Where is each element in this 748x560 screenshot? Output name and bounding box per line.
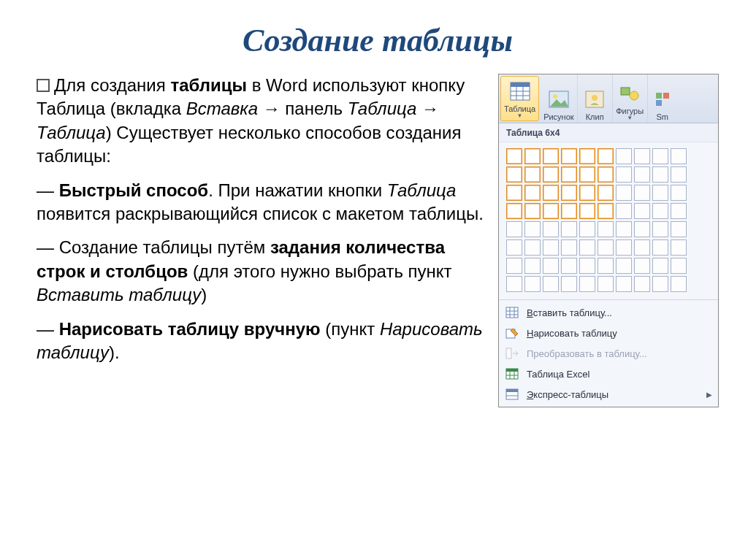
grid-cell[interactable] (524, 221, 541, 237)
grid-cell[interactable] (543, 203, 559, 219)
grid-cell[interactable] (598, 148, 614, 164)
grid-cell[interactable] (579, 185, 595, 201)
ribbon-table-button[interactable]: Таблица ▼ (500, 76, 539, 121)
grid-cell[interactable] (598, 185, 614, 201)
grid-cell[interactable] (561, 203, 577, 219)
grid-cell[interactable] (634, 276, 650, 292)
grid-cell[interactable] (652, 276, 668, 292)
grid-cell[interactable] (543, 166, 559, 183)
grid-cell[interactable] (543, 258, 559, 274)
grid-cell[interactable] (652, 221, 668, 237)
paragraph-2: — Быстрый способ. При нажатии кнопки Таб… (37, 179, 485, 226)
grid-cell[interactable] (652, 166, 668, 183)
grid-cell[interactable] (579, 239, 595, 256)
grid-cell[interactable] (616, 258, 632, 274)
grid-cell[interactable] (652, 203, 668, 219)
grid-cell[interactable] (506, 166, 522, 183)
grid-cell[interactable] (543, 221, 559, 237)
svg-rect-12 (656, 93, 662, 99)
grid-cell[interactable] (543, 185, 559, 201)
grid-cell[interactable] (616, 203, 632, 219)
grid-cell[interactable] (671, 185, 687, 201)
table-dropdown: Таблица 6x4 Вставить таблицу... (499, 123, 718, 407)
grid-cell[interactable] (616, 166, 632, 183)
grid-cell[interactable] (524, 148, 541, 164)
grid-cell[interactable] (543, 239, 559, 256)
svg-rect-10 (621, 88, 630, 95)
grid-cell[interactable] (543, 276, 559, 292)
grid-cell[interactable] (671, 203, 687, 219)
chevron-right-icon: ▶ (706, 391, 712, 399)
grid-cell[interactable] (506, 221, 522, 237)
grid-cell[interactable] (652, 258, 668, 274)
grid-cell[interactable] (524, 239, 541, 256)
grid-cell[interactable] (561, 239, 577, 256)
grid-cell[interactable] (579, 203, 595, 219)
grid-cell[interactable] (579, 276, 595, 292)
grid-cell[interactable] (579, 148, 595, 164)
grid-cell[interactable] (524, 276, 541, 292)
grid-cell[interactable] (561, 258, 577, 274)
grid-cell[interactable] (652, 185, 668, 201)
grid-cell[interactable] (616, 148, 632, 164)
grid-cell[interactable] (616, 239, 632, 256)
menu-excel-table[interactable]: Таблица Excel (499, 364, 718, 384)
grid-cell[interactable] (616, 185, 632, 201)
grid-cell[interactable] (561, 185, 577, 201)
grid-cell[interactable] (506, 239, 522, 256)
grid-cell[interactable] (671, 166, 687, 183)
smartart-icon (651, 88, 674, 111)
grid-cell[interactable] (524, 203, 541, 219)
grid-cell[interactable] (634, 166, 650, 183)
grid-cell[interactable] (506, 185, 522, 201)
grid-cell[interactable] (652, 239, 668, 256)
grid-cell[interactable] (561, 276, 577, 292)
grid-cell[interactable] (598, 221, 614, 237)
grid-cell[interactable] (561, 221, 577, 237)
grid-cell[interactable] (652, 148, 668, 164)
grid-cell[interactable] (506, 258, 522, 274)
grid-cell[interactable] (506, 148, 522, 164)
ribbon-clip-button[interactable]: Клип (578, 74, 613, 123)
grid-cell[interactable] (524, 258, 541, 274)
menu-insert-table[interactable]: Вставить таблицу... (499, 302, 718, 323)
grid-cell[interactable] (634, 185, 650, 201)
grid-cell[interactable] (598, 276, 614, 292)
grid-cell[interactable] (671, 239, 687, 256)
grid-cell[interactable] (598, 166, 614, 183)
ribbon-picture-button[interactable]: Рисунок (541, 74, 578, 123)
grid-cell[interactable] (616, 276, 632, 292)
grid-cell[interactable] (579, 221, 595, 237)
grid-cell[interactable] (634, 221, 650, 237)
grid-cell[interactable] (506, 276, 522, 292)
content-row: Для создания таблицы в Word используют к… (37, 74, 719, 407)
grid-cell[interactable] (598, 203, 614, 219)
grid-cell[interactable] (561, 148, 577, 164)
ribbon-smartart-button[interactable]: Sm (648, 74, 677, 123)
grid-cell[interactable] (543, 148, 559, 164)
table-size-grid[interactable] (499, 142, 718, 299)
grid-cell[interactable] (634, 203, 650, 219)
grid-cell[interactable] (671, 258, 687, 274)
grid-cell[interactable] (634, 148, 650, 164)
grid-cell[interactable] (579, 258, 595, 274)
grid-cell[interactable] (598, 258, 614, 274)
grid-cell[interactable] (634, 239, 650, 256)
grid-cell[interactable] (616, 221, 632, 237)
cell-grid[interactable] (506, 148, 711, 292)
ribbon-shapes-button[interactable]: Фигуры ▼ (613, 74, 648, 123)
menu-draw-table[interactable]: Нарисовать таблицу (499, 323, 718, 343)
grid-cell[interactable] (579, 166, 595, 183)
grid-cell[interactable] (671, 148, 687, 164)
bullet-square-icon (37, 79, 50, 92)
grid-cell[interactable] (598, 239, 614, 256)
grid-cell[interactable] (671, 276, 687, 292)
grid-cell[interactable] (561, 166, 577, 183)
slide: Создание таблицы Для создания таблицы в … (0, 0, 748, 560)
grid-cell[interactable] (524, 185, 541, 201)
grid-cell[interactable] (524, 166, 541, 183)
menu-express-tables[interactable]: Экспресс-таблицы ▶ (499, 384, 718, 404)
grid-cell[interactable] (671, 221, 687, 237)
grid-cell[interactable] (506, 203, 522, 219)
grid-cell[interactable] (634, 258, 650, 274)
